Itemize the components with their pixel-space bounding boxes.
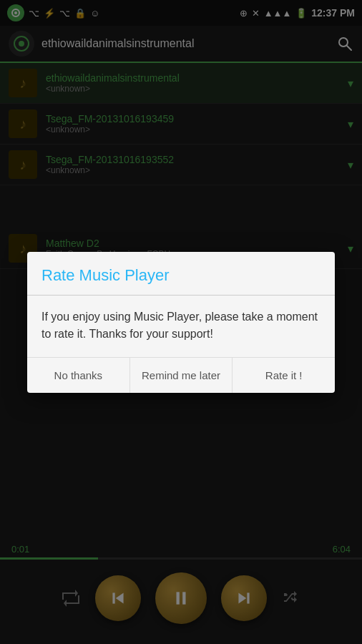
modal-title: Rate Music Player — [27, 252, 335, 296]
rate-dialog: Rate Music Player If you enjoy using Mus… — [27, 252, 335, 393]
modal-body: If you enjoy using Music Player, please … — [27, 296, 335, 357]
rate-button[interactable]: Rate it ! — [233, 358, 335, 393]
remind-later-button[interactable]: Remind me later — [130, 358, 233, 393]
modal-overlay: Rate Music Player If you enjoy using Mus… — [0, 0, 362, 644]
modal-buttons: No thanks Remind me later Rate it ! — [27, 357, 335, 393]
no-thanks-button[interactable]: No thanks — [27, 358, 130, 393]
